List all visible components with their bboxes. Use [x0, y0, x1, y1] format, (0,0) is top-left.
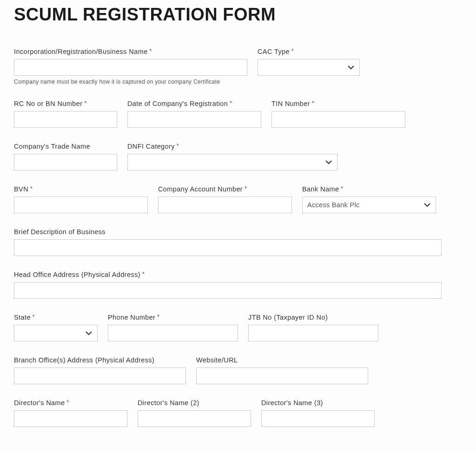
rc-bn-number-field: RC No or BN Number*	[14, 100, 117, 128]
chevron-down-icon	[423, 201, 431, 209]
incorporation-name-input[interactable]	[14, 59, 247, 76]
row-rc-date-tin: RC No or BN Number* Date of Company's Re…	[14, 100, 462, 128]
website-input[interactable]	[196, 368, 368, 384]
row-trade-dnfi: Company's Trade Name DNFI Category*	[14, 143, 462, 171]
chevron-down-icon	[85, 329, 93, 337]
jtb-field: JTB No (Taxpayer ID No)	[248, 314, 378, 341]
tin-number-label: TIN Number*	[271, 100, 405, 107]
jtb-input[interactable]	[248, 325, 378, 341]
required-asterisk: *	[341, 185, 343, 192]
state-select[interactable]	[14, 325, 98, 341]
director3-field: Director's Name (3)	[261, 399, 375, 427]
cac-type-label: CAC Type*	[258, 48, 360, 55]
description-input[interactable]	[14, 239, 442, 256]
incorporation-name-help: Company name must be exactly how it is c…	[14, 79, 247, 85]
required-asterisk: *	[84, 100, 86, 106]
required-asterisk: *	[177, 143, 179, 149]
dnfi-category-select[interactable]	[127, 154, 337, 171]
bvn-input[interactable]	[14, 197, 148, 213]
jtb-label: JTB No (Taxpayer ID No)	[248, 314, 378, 321]
required-asterisk: *	[66, 399, 69, 406]
chevron-down-icon	[325, 158, 332, 166]
registration-date-field: Date of Company's Registration*	[127, 100, 261, 128]
required-asterisk: *	[150, 48, 152, 54]
description-field: Brief Description of Business	[14, 228, 442, 256]
head-office-input[interactable]	[14, 282, 442, 299]
row-state-phone-jtb: State* Phone Number* JTB No (Taxpayer ID…	[14, 314, 462, 341]
trade-name-label: Company's Trade Name	[14, 143, 117, 150]
required-asterisk: *	[33, 314, 35, 320]
branch-office-label: Branch Office(s) Address (Physical Addre…	[14, 356, 186, 364]
bank-name-select[interactable]: Access Bank Plc	[302, 197, 436, 213]
trade-name-field: Company's Trade Name	[14, 143, 117, 171]
director3-label: Director's Name (3)	[261, 399, 375, 407]
required-asterisk: *	[142, 271, 145, 277]
branch-office-field: Branch Office(s) Address (Physical Addre…	[14, 356, 186, 384]
bvn-field: BVN*	[14, 185, 148, 213]
director2-input[interactable]	[138, 410, 251, 427]
website-field: Website/URL	[196, 356, 368, 384]
incorporation-name-field: Incorporation/Registration/Business Name…	[14, 48, 247, 85]
director1-input[interactable]	[14, 410, 127, 427]
phone-number-input[interactable]	[108, 325, 238, 341]
row-directors: Director's Name* Director's Name (2) Dir…	[14, 399, 462, 427]
registration-date-input[interactable]	[127, 111, 261, 128]
state-label: State*	[14, 314, 98, 321]
head-office-label: Head Office Address (Physical Address)*	[14, 271, 442, 278]
dnfi-category-field: DNFI Category*	[127, 143, 337, 171]
required-asterisk: *	[245, 185, 247, 192]
head-office-field: Head Office Address (Physical Address)*	[14, 271, 442, 299]
rc-bn-number-input[interactable]	[14, 111, 117, 128]
cac-type-select[interactable]	[258, 59, 360, 76]
incorporation-name-label: Incorporation/Registration/Business Name…	[14, 48, 247, 55]
director2-field: Director's Name (2)	[138, 399, 251, 427]
registration-form: Incorporation/Registration/Business Name…	[14, 48, 462, 453]
director2-label: Director's Name (2)	[138, 399, 251, 407]
chevron-down-icon	[347, 64, 355, 71]
phone-number-label: Phone Number*	[108, 314, 238, 321]
trade-name-input[interactable]	[14, 154, 117, 171]
phone-number-field: Phone Number*	[108, 314, 238, 341]
tin-number-field: TIN Number*	[271, 100, 405, 128]
required-asterisk: *	[312, 100, 314, 106]
row-branch-website: Branch Office(s) Address (Physical Addre…	[14, 356, 462, 384]
required-asterisk: *	[230, 100, 232, 106]
rc-bn-number-label: RC No or BN Number*	[14, 100, 117, 107]
bank-name-field: Bank Name* Access Bank Plc	[302, 185, 436, 213]
dnfi-category-label: DNFI Category*	[127, 143, 337, 150]
cac-type-field: CAC Type*	[258, 48, 360, 76]
state-field: State*	[14, 314, 98, 341]
director3-input[interactable]	[261, 410, 375, 427]
required-asterisk: *	[291, 48, 294, 54]
registration-date-label: Date of Company's Registration*	[127, 100, 261, 107]
director1-label: Director's Name*	[14, 399, 127, 407]
description-label: Brief Description of Business	[14, 228, 442, 236]
page-title: SCUML REGISTRATION FORM	[14, 5, 462, 25]
row-head-office: Head Office Address (Physical Address)*	[14, 271, 462, 299]
director1-field: Director's Name*	[14, 399, 127, 427]
bank-name-label: Bank Name*	[302, 185, 436, 193]
required-asterisk: *	[157, 314, 159, 320]
account-number-field: Company Account Number*	[158, 185, 292, 213]
account-number-input[interactable]	[158, 197, 292, 213]
bank-name-value: Access Bank Plc	[307, 201, 360, 209]
branch-office-input[interactable]	[14, 368, 186, 384]
row-incorporation-cac: Incorporation/Registration/Business Name…	[14, 48, 462, 85]
website-label: Website/URL	[196, 356, 368, 364]
row-description: Brief Description of Business	[14, 228, 462, 256]
row-bvn-account-bank: BVN* Company Account Number* Bank Name* …	[14, 185, 462, 213]
bvn-label: BVN*	[14, 185, 148, 193]
account-number-label: Company Account Number*	[158, 185, 292, 193]
required-asterisk: *	[30, 185, 33, 192]
tin-number-input[interactable]	[271, 111, 405, 128]
